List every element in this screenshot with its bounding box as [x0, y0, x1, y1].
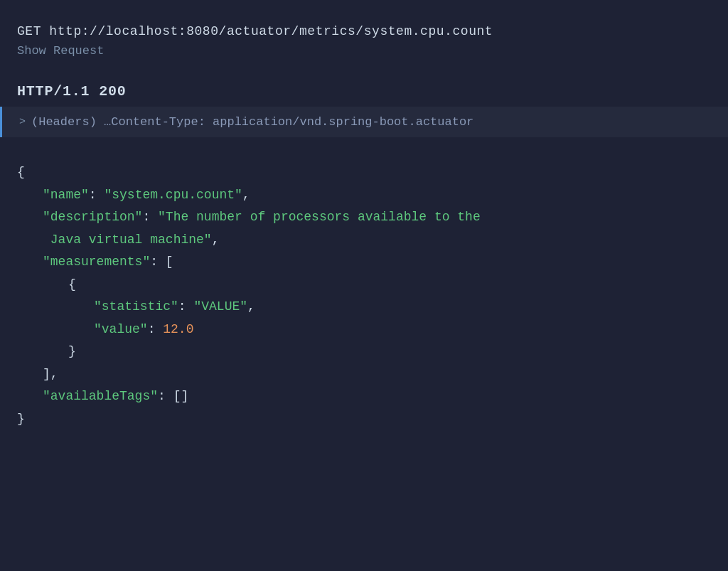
headers-text: (Headers) …Content-Type: application/vnd… — [31, 115, 473, 129]
value-key: "value" — [94, 322, 148, 336]
value-number: 12.0 — [163, 322, 193, 336]
chevron-right-icon: > — [19, 116, 26, 128]
json-description-line1: "description": "The number of processors… — [17, 206, 711, 229]
name-value: "system.cpu.count" — [104, 188, 242, 202]
description-key: "description" — [43, 210, 142, 224]
json-open-brace: { — [17, 161, 711, 184]
json-value-line: "value": 12.0 — [17, 319, 711, 341]
json-statistic-line: "statistic": "VALUE", — [17, 296, 711, 319]
json-measurements-line: "measurements": [ — [17, 251, 711, 274]
http-status-text: HTTP/1.1 200 — [17, 83, 127, 100]
show-request-label: Show Request — [17, 44, 104, 58]
request-line-text: GET http://localhost:8080/actuator/metri… — [17, 24, 493, 38]
json-name-line: "name": "system.cpu.count", — [17, 184, 711, 207]
available-tags-key: "availableTags" — [43, 389, 158, 403]
request-line: GET http://localhost:8080/actuator/metri… — [0, 14, 728, 41]
json-array-close: ], — [17, 363, 711, 386]
description-val2: Java virtual machine" — [43, 233, 212, 247]
statistic-key: "statistic" — [94, 299, 178, 314]
api-response-panel: GET http://localhost:8080/actuator/metri… — [0, 0, 728, 459]
json-inner-open-brace: { — [17, 274, 711, 297]
statistic-val: "VALUE" — [193, 299, 247, 314]
headers-row[interactable]: > (Headers) …Content-Type: application/v… — [0, 107, 728, 137]
json-close-brace: } — [17, 408, 711, 431]
measurements-key: "measurements" — [43, 255, 150, 269]
json-inner-close-brace: } — [17, 341, 711, 363]
spacer — [0, 137, 728, 154]
description-val1: "The number of processors available to t… — [158, 210, 481, 224]
show-request-link[interactable]: Show Request — [0, 41, 728, 70]
json-body: { "name": "system.cpu.count", "descripti… — [0, 154, 728, 444]
json-description-line2: Java virtual machine", — [17, 229, 711, 252]
name-key: "name" — [43, 188, 89, 202]
json-available-tags-line: "availableTags": [] — [17, 385, 711, 408]
http-status: HTTP/1.1 200 — [0, 70, 728, 107]
